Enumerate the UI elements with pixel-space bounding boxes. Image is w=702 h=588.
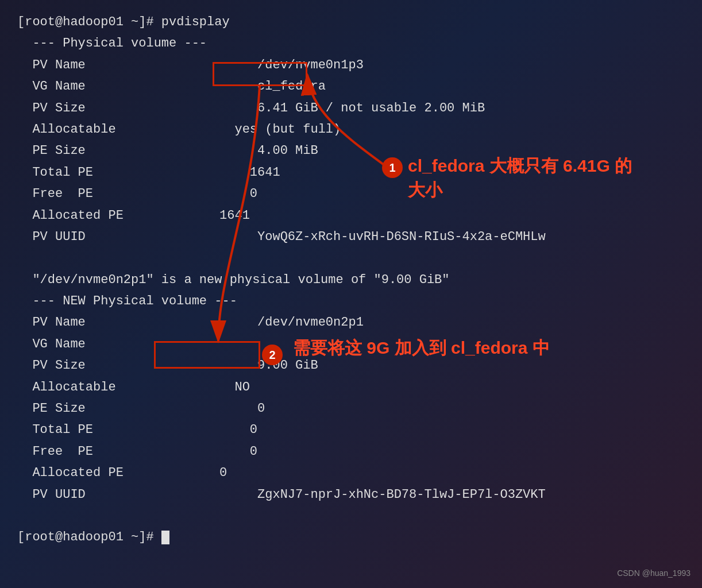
pv1-pv-name: PV Name /dev/nvme0n1p3 xyxy=(17,55,685,76)
cursor xyxy=(161,531,169,544)
prompt-line-2: [root@hadoop01 ~]# xyxy=(17,527,685,548)
pv2-allocatable: Allocatable NO xyxy=(17,377,685,398)
pv2-alloc-pe: Allocated PE 0 xyxy=(17,462,685,483)
pv1-alloc-pe: Allocated PE 1641 xyxy=(17,205,685,226)
pv1-allocatable: Allocatable yes (but full) xyxy=(17,119,685,140)
pv2-total-pe: Total PE 0 xyxy=(17,419,685,440)
pv1-pe-size: PE Size 4.00 MiB xyxy=(17,140,685,161)
pv2-header: --- NEW Physical volume --- xyxy=(17,291,685,312)
pv1-pv-size: PV Size 6.41 GiB / not usable 2.00 MiB xyxy=(17,98,685,119)
prompt-line-1: [root@hadoop01 ~]# pvdisplay xyxy=(17,11,685,33)
pv2-pv-size: PV Size 9.00 GiB xyxy=(17,355,685,376)
new-pv-notice: "/dev/nvme0n2p1" is a new physical volum… xyxy=(17,269,685,291)
blank-line-1 xyxy=(17,247,685,269)
pv1-total-pe: Total PE 1641 xyxy=(17,162,685,183)
pv1-free-pe: Free PE 0 xyxy=(17,183,685,204)
pv2-vg-name: VG Name xyxy=(17,334,685,355)
pv2-pv-uuid: PV UUID ZgxNJ7-nprJ-xhNc-BD78-TlwJ-EP7l-… xyxy=(17,484,685,505)
terminal-window: [root@hadoop01 ~]# pvdisplay --- Physica… xyxy=(0,0,702,588)
pv2-pv-name: PV Name /dev/nvme0n2p1 xyxy=(17,312,685,333)
pv1-vg-name: VG Name cl_fedora xyxy=(17,76,685,97)
watermark: CSDN @huan_1993 xyxy=(617,568,691,578)
pv1-pv-uuid: PV UUID YowQ6Z-xRch-uvRH-D6SN-RIuS-4x2a-… xyxy=(17,226,685,247)
pv2-free-pe: Free PE 0 xyxy=(17,441,685,462)
pv2-pe-size: PE Size 0 xyxy=(17,398,685,419)
pv1-header: --- Physical volume --- xyxy=(17,33,685,54)
blank-line-2 xyxy=(17,505,685,527)
